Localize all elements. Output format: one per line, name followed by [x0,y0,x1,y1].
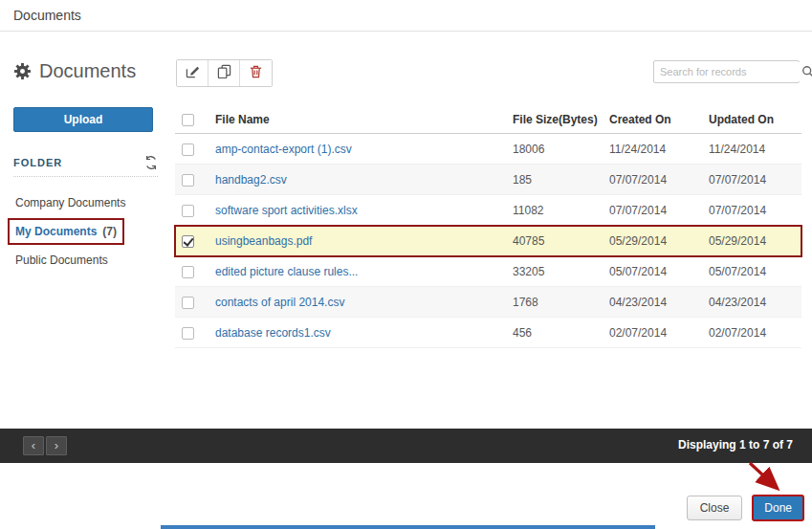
table-toolbar [176,59,273,87]
file-size: 11082 [513,204,609,217]
documents-dialog: Documents Documents Upload FOLDER Compan… [0,0,812,529]
table-row[interactable]: database records1.csv 456 02/07/2014 02/… [175,318,801,348]
refresh-icon[interactable] [144,155,158,170]
edit-button[interactable] [177,60,208,86]
table-row[interactable]: contacts of april 2014.csv 1768 04/23/20… [175,287,801,318]
delete-button[interactable] [240,60,272,86]
file-size: 33205 [513,265,609,278]
sidebar-item-public-documents[interactable]: Public Documents [8,247,121,274]
sidebar-title: Documents [39,60,136,82]
next-page-button[interactable]: › [46,436,67,455]
search-icon[interactable] [801,65,812,78]
window-title: Documents [13,8,81,23]
sidebar-item-company-documents[interactable]: Company Documents [8,189,139,216]
folder-section-header: FOLDER [13,155,158,170]
updated-on: 05/07/2014 [709,265,801,278]
file-size: 18006 [513,143,609,156]
updated-on: 05/29/2014 [709,234,801,248]
search-box [653,60,800,83]
pencil-icon [186,64,200,82]
created-on: 04/23/2014 [609,296,709,309]
created-on: 02/07/2014 [609,326,709,340]
folder-divider [13,176,158,177]
chevron-right-icon: › [55,438,58,452]
table-row[interactable]: edited picture clause rules... 33205 05/… [175,256,801,287]
created-on: 05/29/2014 [609,234,709,248]
bottom-blue-strip [161,525,655,529]
row-checkbox[interactable] [182,174,194,187]
row-checkbox[interactable] [182,297,194,309]
chevron-left-icon: ‹ [32,438,35,452]
column-header-file-name: File Name [215,113,513,126]
pagination-bar: ‹ › Displaying 1 to 7 of 7 [0,429,812,463]
sidebar-heading: Documents [13,60,136,82]
file-size: 40785 [513,234,609,248]
table-header-row: File Name File Size(Bytes) Created On Up… [175,105,801,134]
copy-button[interactable] [208,60,240,86]
folder-list: Company Documents My Documents(7) Public… [8,189,161,276]
file-name-link[interactable]: software sport activities.xlsx [215,204,513,217]
column-header-updated-on: Updated On [709,113,801,126]
file-name-link[interactable]: edited picture clause rules... [215,265,513,278]
table-row-selected[interactable]: usingbeanbags.pdf 40785 05/29/2014 05/29… [175,226,801,256]
row-checkbox[interactable] [182,235,194,248]
created-on: 05/07/2014 [609,265,709,278]
table-row[interactable]: software sport activities.xlsx 11082 07/… [175,195,801,226]
folder-label: FOLDER [13,157,62,168]
trash-icon [249,64,263,82]
copy-icon [217,64,231,82]
select-all-checkbox[interactable] [182,114,194,126]
created-on: 11/24/2014 [609,143,709,156]
file-size: 456 [513,326,609,340]
table-row[interactable]: handbag2.csv 185 07/07/2014 07/07/2014 [175,165,801,195]
updated-on: 11/24/2014 [709,143,801,156]
search-input[interactable] [654,62,801,81]
file-name-link[interactable]: database records1.csv [215,326,513,340]
created-on: 07/07/2014 [609,204,709,217]
row-checkbox[interactable] [182,205,194,217]
updated-on: 07/07/2014 [709,173,801,187]
file-size: 185 [513,173,609,187]
pagination-status: Displaying 1 to 7 of 7 [678,438,793,452]
prev-page-button[interactable]: ‹ [23,436,44,455]
row-checkbox[interactable] [182,143,194,156]
window-header: Documents [0,0,812,32]
column-header-file-size: File Size(Bytes) [513,113,609,126]
sidebar-item-my-documents[interactable]: My Documents(7) [8,218,124,245]
dialog-footer: Close Done [687,495,804,521]
updated-on: 07/07/2014 [709,204,801,217]
pager-controls: ‹ › [23,436,67,455]
updated-on: 04/23/2014 [709,296,801,309]
close-button[interactable]: Close [687,496,743,520]
row-checkbox[interactable] [182,266,194,278]
file-name-link[interactable]: amp-contact-export (1).csv [215,143,513,156]
table-row[interactable]: amp-contact-export (1).csv 18006 11/24/2… [175,134,801,165]
file-size: 1768 [513,296,609,309]
created-on: 07/07/2014 [609,173,709,187]
documents-table: File Name File Size(Bytes) Created On Up… [175,105,801,348]
gear-icon [13,62,32,80]
row-checkbox[interactable] [182,327,194,340]
upload-button[interactable]: Upload [13,107,153,132]
updated-on: 02/07/2014 [709,326,801,340]
file-name-link[interactable]: contacts of april 2014.csv [215,296,513,309]
file-name-link[interactable]: usingbeanbags.pdf [215,234,513,248]
file-name-link[interactable]: handbag2.csv [215,173,513,187]
column-header-created-on: Created On [609,113,709,126]
done-button[interactable]: Done [752,495,804,521]
